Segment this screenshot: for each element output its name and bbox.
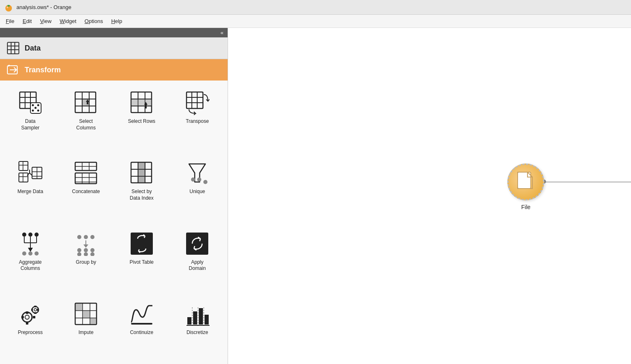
svg-point-16 bbox=[37, 104, 39, 106]
file-node-circle bbox=[507, 164, 544, 200]
svg-point-85 bbox=[90, 248, 94, 252]
select-by-data-index-icon bbox=[129, 160, 155, 186]
widget-data-sampler[interactable]: DataSampler bbox=[3, 85, 58, 154]
svg-rect-111 bbox=[131, 323, 152, 325]
svg-rect-109 bbox=[83, 311, 90, 318]
widget-continuize[interactable]: Continuize bbox=[115, 297, 169, 359]
svg-rect-101 bbox=[31, 309, 33, 311]
widget-apply-domain[interactable]: ApplyDomain bbox=[170, 226, 225, 295]
svg-marker-82 bbox=[83, 244, 88, 248]
svg-point-65 bbox=[203, 180, 207, 184]
svg-rect-31 bbox=[131, 99, 152, 106]
impute-label: Impute bbox=[78, 329, 94, 336]
svg-rect-37 bbox=[19, 161, 28, 170]
svg-rect-115 bbox=[205, 315, 209, 325]
data-category-icon bbox=[6, 41, 21, 55]
pivot-table-label: Pivot Table bbox=[130, 259, 154, 266]
main-layout: « Data bbox=[0, 28, 631, 364]
svg-rect-96 bbox=[33, 316, 35, 318]
widget-transpose[interactable]: Transpose bbox=[170, 85, 225, 154]
svg-rect-40 bbox=[19, 173, 28, 182]
titlebar-title: analysis.ows* - Orange bbox=[16, 4, 71, 10]
menu-file[interactable]: File bbox=[2, 16, 18, 26]
svg-point-19 bbox=[35, 107, 37, 109]
merge-data-icon bbox=[17, 160, 44, 186]
widget-aggregate-columns[interactable]: AggregateColumns bbox=[3, 226, 58, 295]
svg-point-77 bbox=[35, 251, 39, 256]
svg-rect-110 bbox=[90, 318, 96, 324]
menu-widget[interactable]: Widget bbox=[55, 16, 80, 26]
svg-point-79 bbox=[84, 235, 88, 239]
svg-point-67 bbox=[28, 233, 32, 237]
svg-rect-112 bbox=[187, 317, 191, 325]
menu-view[interactable]: View bbox=[36, 16, 55, 26]
svg-point-66 bbox=[22, 233, 26, 237]
app-icon bbox=[4, 3, 13, 12]
transpose-label: Transpose bbox=[186, 118, 209, 125]
svg-rect-3 bbox=[7, 42, 19, 54]
svg-point-98 bbox=[34, 309, 37, 311]
select-columns-label: SelectColumns bbox=[76, 118, 96, 131]
select-rows-label: Select Rows bbox=[128, 118, 155, 125]
svg-rect-99 bbox=[34, 306, 37, 307]
data-category-label: Data bbox=[25, 44, 41, 53]
collapse-button[interactable]: « bbox=[219, 30, 225, 36]
file-node[interactable]: File bbox=[507, 164, 544, 210]
widget-discretize[interactable]: Discretize bbox=[170, 297, 225, 359]
transform-category-icon bbox=[6, 62, 21, 77]
svg-point-2 bbox=[7, 7, 8, 8]
svg-point-87 bbox=[84, 252, 88, 256]
menu-help[interactable]: Help bbox=[107, 16, 127, 26]
connection-line bbox=[543, 182, 631, 182]
svg-point-75 bbox=[22, 251, 26, 256]
aggregate-columns-label: AggregateColumns bbox=[19, 259, 41, 272]
concatenate-icon bbox=[73, 160, 99, 186]
canvas-area[interactable]: File Scatter Plo bbox=[228, 28, 631, 364]
widget-select-columns[interactable]: SelectColumns bbox=[59, 85, 113, 154]
widget-merge-data[interactable]: Merge Data bbox=[3, 156, 58, 224]
svg-point-1 bbox=[7, 5, 10, 7]
svg-point-84 bbox=[84, 248, 88, 252]
svg-point-78 bbox=[77, 235, 81, 239]
menu-edit[interactable]: Edit bbox=[18, 16, 36, 26]
svg-point-18 bbox=[37, 110, 39, 112]
widget-select-rows[interactable]: Select Rows bbox=[115, 85, 169, 154]
discretize-label: Discretize bbox=[187, 329, 208, 336]
svg-point-92 bbox=[25, 315, 29, 319]
group-by-label: Group by bbox=[76, 259, 96, 266]
svg-rect-89 bbox=[131, 233, 152, 254]
svg-rect-94 bbox=[26, 322, 28, 325]
svg-point-64 bbox=[197, 177, 201, 182]
svg-point-17 bbox=[32, 110, 34, 112]
unique-icon bbox=[184, 160, 210, 186]
svg-point-63 bbox=[191, 177, 195, 182]
menu-options[interactable]: Options bbox=[81, 16, 107, 26]
continuize-label: Continuize bbox=[130, 329, 153, 336]
widget-pivot-table[interactable]: Pivot Table bbox=[115, 226, 169, 295]
sidebar-item-data[interactable]: Data bbox=[0, 37, 228, 59]
sidebar-item-transform[interactable]: Transform bbox=[0, 59, 228, 81]
widget-impute[interactable]: Impute bbox=[59, 297, 113, 359]
widget-unique[interactable]: Unique bbox=[170, 156, 225, 224]
widget-group-by[interactable]: Group by bbox=[59, 226, 113, 295]
svg-rect-100 bbox=[34, 312, 37, 314]
svg-rect-61 bbox=[138, 163, 145, 183]
preprocess-icon bbox=[17, 301, 44, 327]
svg-point-80 bbox=[90, 235, 94, 239]
data-sampler-label: DataSampler bbox=[21, 118, 39, 131]
select-rows-icon bbox=[129, 90, 155, 116]
widget-grid: DataSampler SelectColumns bbox=[0, 81, 228, 364]
apply-domain-icon bbox=[184, 230, 210, 257]
unique-label: Unique bbox=[189, 189, 205, 195]
widget-concatenate[interactable]: Concatenate bbox=[59, 156, 113, 224]
select-columns-icon bbox=[73, 90, 99, 116]
widget-preprocess[interactable]: Preprocess bbox=[3, 297, 58, 359]
sidebar: « Data bbox=[0, 28, 228, 364]
svg-rect-93 bbox=[26, 311, 28, 314]
apply-domain-label: ApplyDomain bbox=[189, 259, 206, 272]
svg-rect-120 bbox=[518, 172, 531, 189]
pivot-table-icon bbox=[129, 230, 155, 257]
svg-rect-102 bbox=[37, 309, 39, 311]
concatenate-label: Concatenate bbox=[72, 189, 100, 195]
widget-select-by-data-index[interactable]: Select byData Index bbox=[115, 156, 169, 224]
